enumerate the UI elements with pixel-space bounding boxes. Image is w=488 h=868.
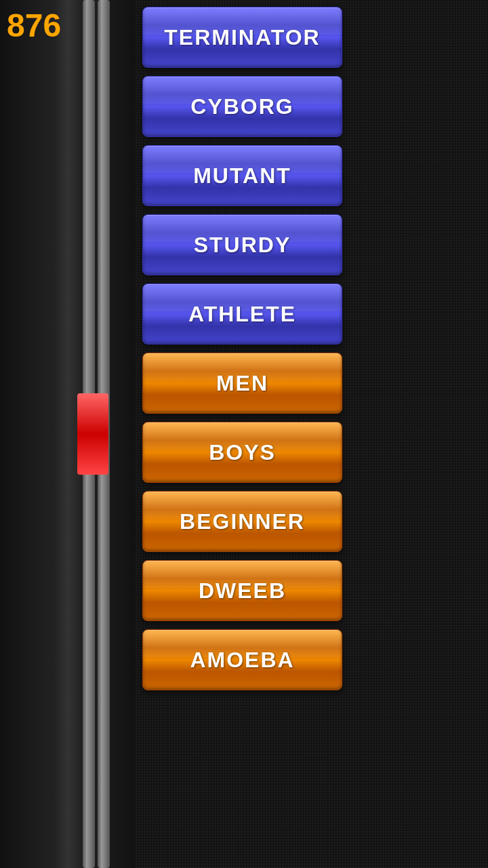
difficulty-buttons-container: TERMINATORCYBORGMUTANTSTURDYATHLETEMENBO… [142, 7, 342, 690]
amoeba-button[interactable]: AMOEBA [142, 629, 342, 690]
sturdy-button[interactable]: STURDY [142, 214, 342, 275]
boys-button[interactable]: BOYS [142, 422, 342, 483]
track-slider[interactable] [77, 393, 108, 475]
beginner-button[interactable]: BEGINNER [142, 491, 342, 552]
score-display: 876 [7, 7, 61, 44]
terminator-button[interactable]: TERMINATOR [142, 7, 342, 68]
cyborg-button[interactable]: CYBORG [142, 76, 342, 137]
dweeb-button[interactable]: DWEEB [142, 560, 342, 621]
athlete-button[interactable]: ATHLETE [142, 283, 342, 344]
men-button[interactable]: MEN [142, 353, 342, 414]
track-container [68, 0, 122, 868]
mutant-button[interactable]: MUTANT [142, 145, 342, 206]
